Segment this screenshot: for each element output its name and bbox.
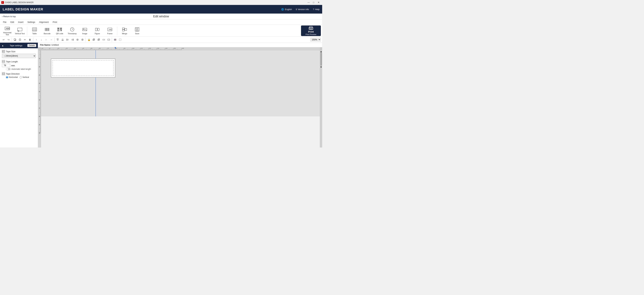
version-info-button[interactable]: ℹ Version info — [296, 8, 309, 11]
rect-button[interactable] — [106, 37, 111, 42]
svg-text:20: 20 — [39, 66, 40, 68]
title-bar-text: CASIO LABEL DESIGN MAKER — [5, 1, 34, 4]
print-preview-label: Print Preview — [306, 33, 316, 35]
canvas-scroll-area[interactable] — [41, 50, 320, 148]
menu-settings[interactable]: Settings — [26, 20, 37, 24]
image-button[interactable]: Image — [79, 26, 91, 36]
back-to-top-link[interactable]: ‹ Return to top — [2, 15, 16, 18]
label-dashed-border — [52, 60, 114, 76]
frame-button[interactable]: ABC Frame — [104, 26, 116, 36]
title-bar: C CASIO LABEL DESIGN MAKER — □ ✕ — [0, 0, 322, 5]
minimize-button[interactable]: — — [306, 1, 311, 4]
horizontal-radio[interactable] — [6, 76, 8, 78]
move-right-button[interactable]: → — [49, 37, 54, 42]
maximize-button[interactable]: □ — [311, 1, 316, 4]
vertical-radio-label[interactable]: Vertical — [20, 76, 29, 78]
tape-direction-text: Tape Direction — [6, 73, 20, 75]
label-canvas[interactable] — [51, 59, 115, 78]
move-up-button[interactable]: ↑ — [34, 37, 39, 42]
canvas-middle: 102030405060708090100 ▲ — [38, 50, 322, 148]
table-button[interactable]: Table — [28, 26, 40, 36]
horizontal-text-button[interactable]: ABC Horizontal Text — [1, 26, 13, 36]
svg-text:-10: -10 — [41, 48, 43, 49]
rounded-rect-button[interactable] — [102, 37, 106, 42]
close-button[interactable]: ✕ — [316, 1, 321, 4]
vertical-text-button[interactable]: AB ↕ Vertical Text — [14, 26, 26, 36]
vertical-radio[interactable] — [20, 76, 22, 78]
menu-edit[interactable]: Edit — [9, 20, 16, 24]
tape-length-label-row: Tape Length — [2, 60, 36, 63]
vertical-label: Vertical — [22, 76, 29, 78]
svg-rect-66 — [93, 39, 94, 41]
canvas-work-area — [41, 50, 320, 116]
help-button[interactable]: ? Help — [313, 8, 320, 11]
center-v-button[interactable] — [80, 37, 85, 42]
zoom-select[interactable]: 50% 75% 100% 125% 150% 175% 200% — [310, 38, 321, 42]
tape-size-select[interactable]: ○ 6mm(3.5mm) ○ 9mm(7mm) ○ 12mm(9mm) ○ 18… — [2, 54, 36, 58]
save-icon — [134, 27, 140, 32]
horizontal-text-icon: ABC — [5, 26, 10, 31]
svg-text:ABC: ABC — [109, 29, 112, 31]
move-left-button[interactable]: ← — [44, 37, 48, 42]
menu-print[interactable]: Print — [51, 20, 59, 24]
auto-length-toggle[interactable] — [6, 68, 10, 70]
figure-button[interactable]: Figure — [91, 26, 103, 36]
undo-button[interactable]: ↩ — [1, 37, 6, 42]
timestamp-button[interactable]: Timestamp — [66, 26, 78, 36]
svg-rect-56 — [62, 39, 63, 40]
svg-rect-30 — [82, 28, 87, 31]
barcode-button[interactable]: Barcode — [41, 26, 53, 36]
merge-button[interactable]: Merge — [118, 26, 130, 36]
print-preview-button[interactable]: Print Print Preview — [301, 26, 321, 36]
back-button[interactable] — [96, 37, 101, 42]
v-scroll-thumb[interactable] — [320, 53, 322, 66]
merge-label: Merge — [122, 33, 127, 35]
svg-text:90: 90 — [39, 124, 40, 125]
front-button[interactable] — [92, 37, 96, 42]
center-h-button[interactable] — [75, 37, 80, 42]
tape-length-input-row: mm — [2, 64, 36, 67]
svg-rect-77 — [2, 61, 5, 62]
qr-code-button[interactable]: QR code — [54, 26, 66, 36]
move-down-button[interactable]: ↓ — [39, 37, 44, 42]
svg-text:80: 80 — [39, 116, 40, 117]
svg-text:40: 40 — [39, 83, 40, 84]
tape-size-label-row: Tape Size — [2, 50, 36, 53]
svg-rect-50 — [14, 39, 16, 40]
menu-insert[interactable]: Insert — [16, 20, 25, 24]
lock-button[interactable]: 🔒 — [86, 37, 91, 42]
svg-text:50: 50 — [39, 91, 40, 92]
paste-button[interactable] — [18, 37, 22, 42]
save-button[interactable]: Save — [131, 26, 143, 36]
align-left-button[interactable] — [65, 37, 70, 42]
tape-direction-radio-group: Horizontal Vertical — [2, 76, 36, 78]
svg-rect-69 — [103, 39, 105, 40]
horizontal-radio-label[interactable]: Horizontal — [6, 76, 18, 78]
tape-size-row: Tape Size ○ 6mm(3.5mm) ○ 9mm(7mm) ○ 12mm… — [2, 50, 36, 58]
scroll-down-arrow[interactable]: ▼ — [320, 66, 322, 68]
align-right-button[interactable] — [70, 37, 75, 42]
toolbar: ABC Horizontal Text AB ↕ Vertical Text — [0, 25, 322, 37]
svg-text:130: 130 — [157, 48, 159, 49]
svg-rect-37 — [122, 30, 124, 31]
qr-code-label: QR code — [56, 33, 63, 35]
scroll-up-arrow[interactable]: ▲ — [320, 51, 322, 52]
svg-rect-74 — [2, 51, 5, 52]
details-button[interactable]: Details — [28, 44, 36, 47]
menu-alignment[interactable]: Alignment — [38, 20, 50, 24]
redo-button[interactable]: ↪ — [6, 37, 11, 42]
delete-button[interactable]: 🗑 — [28, 37, 32, 42]
menu-file[interactable]: File — [1, 20, 8, 24]
vertical-scrollbar[interactable]: ▲ ▼ — [320, 50, 322, 148]
language-button[interactable]: 🌐 English — [281, 8, 292, 11]
cut-button[interactable]: ✂ — [23, 37, 27, 42]
action-sep-5 — [112, 38, 112, 42]
svg-text:10: 10 — [39, 58, 40, 59]
frame-icon: ABC — [107, 27, 112, 32]
overlap-button[interactable] — [113, 37, 118, 42]
select-button[interactable] — [118, 37, 122, 42]
tape-length-input[interactable] — [2, 64, 10, 67]
align-bottom-button[interactable] — [60, 37, 65, 42]
copy-button[interactable] — [13, 37, 17, 42]
align-top-button[interactable] — [55, 37, 60, 42]
